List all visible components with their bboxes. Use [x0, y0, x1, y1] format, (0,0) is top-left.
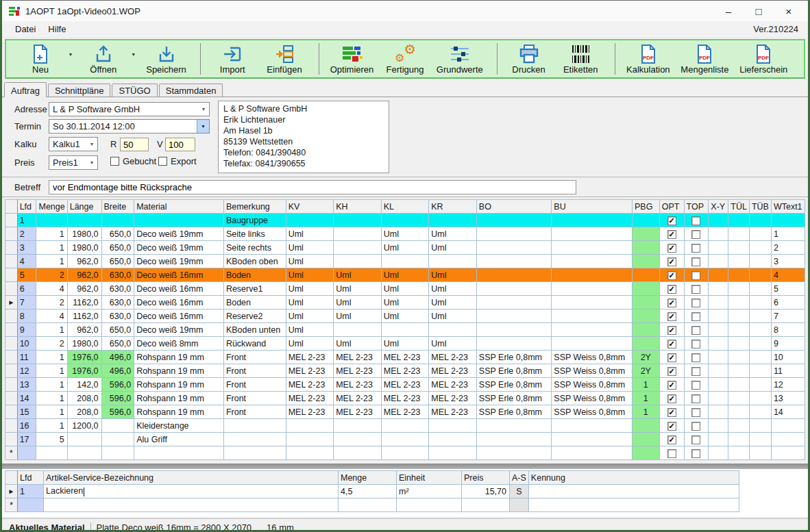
- column-header-bu[interactable]: BU: [552, 200, 633, 214]
- breite-cell[interactable]: 596,0: [101, 378, 134, 392]
- bemerkung-cell[interactable]: Front: [223, 351, 286, 364]
- bemerkung-cell[interactable]: Reserve1: [223, 282, 286, 296]
- material-cell[interactable]: Rohspann 19 mm: [134, 364, 224, 378]
- kr-cell[interactable]: Uml: [429, 309, 477, 323]
- bo-cell[interactable]: [476, 282, 551, 296]
- tueb-cell[interactable]: [749, 323, 771, 337]
- bemerkung-cell[interactable]: Boden: [223, 296, 286, 309]
- tab-stügo[interactable]: STÜGO: [112, 84, 157, 97]
- tueb-cell[interactable]: [749, 364, 771, 378]
- breite-cell[interactable]: 596,0: [101, 405, 134, 419]
- lfd-cell[interactable]: 10: [17, 337, 36, 351]
- kr-cell[interactable]: [429, 419, 477, 433]
- laenge-cell[interactable]: [67, 433, 101, 446]
- kv-cell[interactable]: Uml: [286, 309, 334, 323]
- top-checkbox[interactable]: [691, 435, 700, 444]
- kl-cell[interactable]: [381, 419, 429, 433]
- top-checkbox[interactable]: [691, 230, 700, 239]
- wtext1-cell[interactable]: 6: [771, 296, 805, 309]
- table-row[interactable]: ►721162,0630,0Deco weiß 16mmBodenUmlUmlU…: [5, 296, 805, 309]
- tuel-cell[interactable]: [728, 378, 750, 392]
- tab-schnittpläne[interactable]: Schnittpläne: [48, 84, 111, 97]
- as-cell[interactable]: [510, 498, 529, 512]
- row-selector[interactable]: [5, 323, 18, 337]
- toolbar-button-grundwerte[interactable]: Grundwerte: [432, 42, 487, 76]
- kv-cell[interactable]: [286, 419, 334, 433]
- laenge-cell[interactable]: 1162,0: [67, 296, 101, 309]
- new-record-marker[interactable]: *: [5, 498, 18, 512]
- tuel-cell[interactable]: [728, 268, 750, 282]
- bo-cell[interactable]: SSP Erle 0,8mm: [476, 378, 551, 392]
- material-cell[interactable]: Rohspann 19 mm: [134, 405, 224, 419]
- column-header-lfd[interactable]: Lfd: [18, 471, 44, 485]
- top-checkbox[interactable]: [691, 271, 700, 280]
- wtext1-cell[interactable]: 7: [771, 309, 805, 323]
- kh-cell[interactable]: MEL 2-23: [334, 351, 382, 364]
- row-selector[interactable]: [5, 309, 18, 323]
- tab-stammdaten[interactable]: Stammdaten: [159, 84, 223, 97]
- kr-cell[interactable]: Uml: [429, 296, 477, 309]
- v-field[interactable]: [165, 138, 195, 151]
- top-checkbox[interactable]: [691, 244, 700, 253]
- wtext1-cell[interactable]: 11: [771, 364, 805, 378]
- lfd-cell[interactable]: 12: [17, 364, 36, 378]
- row-selector[interactable]: [5, 433, 18, 446]
- column-header-name[interactable]: Artikel-Service-Bezeichnung: [44, 471, 339, 485]
- material-cell[interactable]: [134, 214, 224, 227]
- tuel-cell[interactable]: [728, 214, 750, 227]
- r-field[interactable]: [120, 138, 149, 151]
- toolbar-button-etiketten[interactable]: Etiketten: [556, 42, 605, 76]
- opt-checkbox[interactable]: ✓: [667, 326, 676, 335]
- chevron-down-icon[interactable]: ▼: [86, 142, 97, 147]
- column-header-menge[interactable]: Menge: [36, 200, 67, 214]
- top-cell[interactable]: [684, 214, 709, 227]
- top-checkbox[interactable]: [691, 299, 700, 307]
- kennung-cell[interactable]: [528, 485, 739, 498]
- breite-cell[interactable]: 630,0: [101, 309, 134, 323]
- bu-cell[interactable]: SSP Weiss 0,8mm: [552, 378, 633, 392]
- tuel-cell[interactable]: [728, 337, 750, 351]
- top-checkbox[interactable]: [691, 326, 700, 335]
- opt-cell[interactable]: ✓: [659, 255, 684, 268]
- as-cell[interactable]: S: [510, 485, 529, 498]
- breite-cell[interactable]: 496,0: [101, 364, 134, 378]
- menge-cell[interactable]: 2: [36, 337, 67, 351]
- pbg-cell[interactable]: 1: [632, 392, 659, 405]
- bu-cell[interactable]: [552, 227, 633, 241]
- menge-cell[interactable]: 1: [36, 323, 67, 337]
- current-record-marker[interactable]: ►: [5, 296, 18, 309]
- table-row[interactable]: 52962,0630,0Deco weiß 16mmBodenUmlUmlUml…: [5, 268, 805, 282]
- xy-cell[interactable]: [709, 405, 728, 419]
- menge-cell[interactable]: 1: [36, 241, 67, 255]
- bu-cell[interactable]: SSP Weiss 0,8mm: [552, 351, 633, 364]
- wtext1-cell[interactable]: [771, 419, 805, 433]
- top-checkbox[interactable]: [691, 257, 700, 266]
- toolbar-button-speichern[interactable]: Speichern: [142, 42, 191, 76]
- menge-cell[interactable]: 4: [36, 309, 67, 323]
- laenge-cell[interactable]: 962,0: [67, 268, 101, 282]
- pbg-cell[interactable]: [632, 296, 659, 309]
- kr-cell[interactable]: Uml: [429, 227, 477, 241]
- bu-cell[interactable]: [552, 309, 633, 323]
- menge-cell[interactable]: [36, 446, 67, 460]
- bu-cell[interactable]: SSP Weiss 0,8mm: [552, 405, 633, 419]
- top-cell[interactable]: [684, 337, 709, 351]
- kv-cell[interactable]: Uml: [286, 255, 334, 268]
- menge-cell[interactable]: 1: [36, 419, 67, 433]
- wtext1-cell[interactable]: 14: [771, 405, 805, 419]
- bo-cell[interactable]: [476, 227, 551, 241]
- bu-cell[interactable]: [552, 296, 633, 309]
- row-selector[interactable]: [5, 419, 18, 433]
- laenge-cell[interactable]: 962,0: [67, 323, 101, 337]
- kr-cell[interactable]: MEL 2-23: [429, 405, 477, 419]
- bemerkung-cell[interactable]: Front: [223, 378, 286, 392]
- tuel-cell[interactable]: [728, 296, 750, 309]
- toolbar-button-kalkulation[interactable]: PDFKalkulation: [622, 42, 674, 76]
- lfd-cell[interactable]: 8: [17, 309, 36, 323]
- kh-cell[interactable]: Uml: [334, 296, 382, 309]
- bo-cell[interactable]: SSP Erle 0,8mm: [476, 392, 551, 405]
- menge-cell[interactable]: [339, 498, 397, 512]
- kr-cell[interactable]: [429, 433, 477, 446]
- menge-cell[interactable]: 5: [36, 433, 67, 446]
- tueb-cell[interactable]: [749, 337, 771, 351]
